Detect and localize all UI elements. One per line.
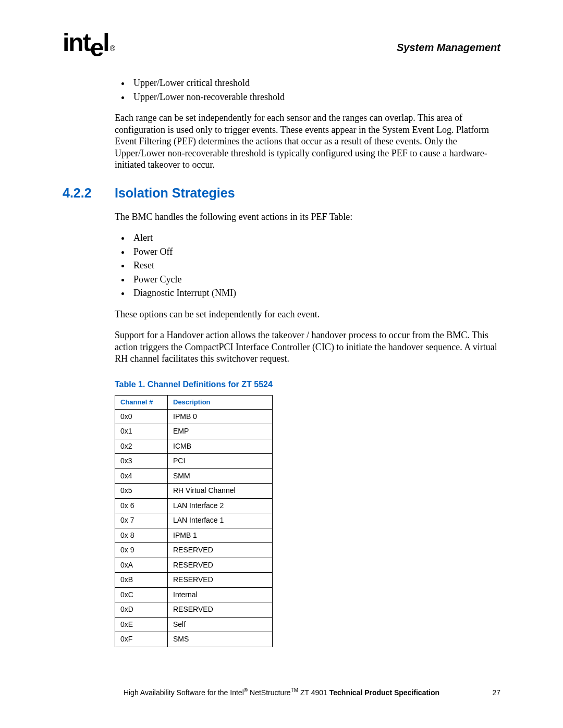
table-row: 0x 7LAN Interface 1	[115, 513, 273, 528]
footer-text-prefix: High Availability Software for the Intel	[124, 688, 244, 697]
cell-description: ICMB	[168, 439, 273, 454]
section-heading-4-2-2: 4.2.2 Isolation Strategies	[63, 186, 500, 201]
table-row: 0x3PCI	[115, 454, 273, 469]
body-content: Upper/Lower critical threshold Upper/Low…	[115, 77, 500, 171]
cell-channel: 0xB	[115, 573, 168, 588]
intel-logo: intel®	[63, 30, 113, 55]
table-row: 0x 9RESERVED	[115, 543, 273, 558]
section-number: 4.2.2	[63, 186, 115, 201]
list-item: Upper/Lower non-recoverable threshold	[130, 91, 500, 103]
table-row: 0x 8IPMB 1	[115, 528, 273, 543]
table-row: 0xBRESERVED	[115, 573, 273, 588]
table-row: 0xFSMS	[115, 632, 273, 647]
list-item: Upper/Lower critical threshold	[130, 77, 500, 89]
cell-channel: 0x2	[115, 439, 168, 454]
table-row: 0xCInternal	[115, 587, 273, 602]
cell-channel: 0x0	[115, 409, 168, 424]
table-row: 0x 6LAN Interface 2	[115, 498, 273, 513]
section-content: The BMC handles the following event acti…	[115, 211, 500, 647]
table-row: 0x4SMM	[115, 468, 273, 484]
cell-channel: 0x4	[115, 468, 168, 484]
cell-description: RESERVED	[168, 558, 273, 573]
cell-channel: 0xD	[115, 602, 168, 618]
cell-description: LAN Interface 1	[168, 513, 273, 528]
cell-description: RESERVED	[168, 602, 273, 618]
cell-description: IPMB 0	[168, 409, 273, 424]
actions-list: Alert Power Off Reset Power Cycle Diagno…	[115, 232, 500, 299]
cell-channel: 0x1	[115, 424, 168, 439]
cell-description: SMM	[168, 468, 273, 484]
cell-description: SMS	[168, 632, 273, 647]
list-item: Diagnostic Interrupt (NMI)	[130, 287, 500, 299]
table-row: 0xDRESERVED	[115, 602, 273, 618]
trademark-mark: TM	[291, 687, 298, 693]
page: intel® System Management Upper/Lower cri…	[0, 0, 563, 728]
cell-channel: 0xE	[115, 617, 168, 632]
table-row: 0x5RH Virtual Channel	[115, 484, 273, 499]
footer-text-suffix: ZT 4901	[298, 688, 329, 697]
footer-text-bold: Technical Product Specification	[329, 688, 439, 697]
cell-description: RESERVED	[168, 543, 273, 558]
paragraph-bmc-handles: The BMC handles the following event acti…	[115, 211, 500, 223]
section-title: Isolation Strategies	[115, 186, 235, 201]
cell-channel: 0x 8	[115, 528, 168, 543]
cell-channel: 0xA	[115, 558, 168, 573]
cell-channel: 0xF	[115, 632, 168, 647]
table-row: 0xESelf	[115, 617, 273, 632]
chapter-title: System Management	[397, 42, 500, 54]
cell-description: LAN Interface 2	[168, 498, 273, 513]
cell-description: RESERVED	[168, 573, 273, 588]
page-footer: High Availability Software for the Intel…	[0, 687, 563, 697]
cell-channel: 0x 7	[115, 513, 168, 528]
cell-description: Internal	[168, 587, 273, 602]
cell-description: PCI	[168, 454, 273, 469]
channel-definitions-table: Channel # Description 0x0IPMB 00x1EMP0x2…	[115, 395, 273, 647]
cell-description: RH Virtual Channel	[168, 484, 273, 499]
table-header-channel: Channel #	[115, 395, 168, 409]
list-item: Alert	[130, 232, 500, 244]
list-item: Reset	[130, 260, 500, 272]
table-row: 0x2ICMB	[115, 439, 273, 454]
page-header: intel® System Management	[63, 31, 500, 56]
page-number: 27	[492, 688, 500, 697]
table-row: 0x1EMP	[115, 424, 273, 439]
cell-description: EMP	[168, 424, 273, 439]
list-item: Power Cycle	[130, 274, 500, 286]
table-row: 0x0IPMB 0	[115, 409, 273, 424]
cell-description: Self	[168, 617, 273, 632]
cell-channel: 0x3	[115, 454, 168, 469]
list-item: Power Off	[130, 246, 500, 258]
registered-mark: ®	[110, 44, 114, 53]
table-header-description: Description	[168, 395, 273, 409]
cell-channel: 0x 9	[115, 543, 168, 558]
cell-channel: 0xC	[115, 587, 168, 602]
paragraph-handover: Support for a Handover action allows the…	[115, 329, 500, 365]
cell-description: IPMB 1	[168, 528, 273, 543]
table-caption: Table 1. Channel Definitions for ZT 5524	[115, 379, 500, 390]
cell-channel: 0x5	[115, 484, 168, 499]
footer-text-mid: NetStructure	[248, 688, 290, 697]
threshold-list: Upper/Lower critical threshold Upper/Low…	[115, 77, 500, 103]
paragraph-ranges: Each range can be set independently for …	[115, 112, 500, 171]
cell-channel: 0x 6	[115, 498, 168, 513]
paragraph-options: These options can be set independently f…	[115, 309, 500, 320]
table-row: 0xARESERVED	[115, 558, 273, 573]
